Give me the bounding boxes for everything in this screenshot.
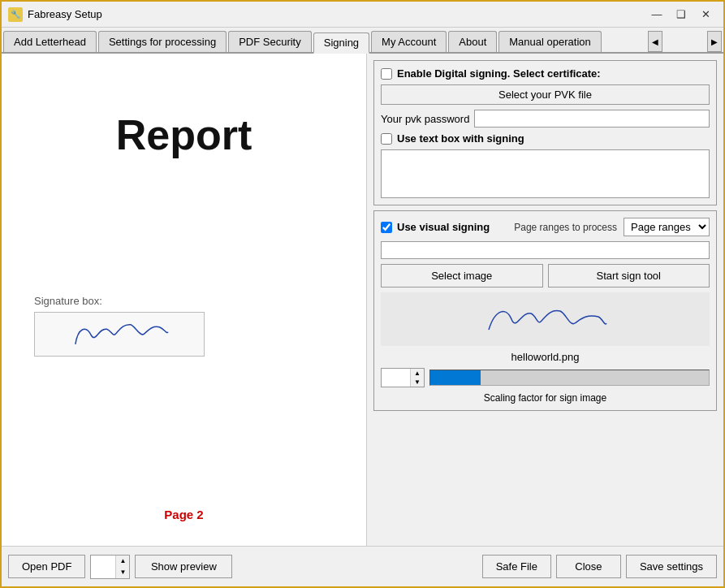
use-visual-signing-label[interactable]: Use visual signing [381, 221, 490, 233]
slider-fill [430, 370, 481, 385]
select-image-button[interactable]: Select image [381, 264, 543, 288]
scaling-factor-label: Scaling factor for sign image [381, 392, 710, 404]
scaling-spinner: 15 ▲ ▼ [381, 368, 425, 387]
page-spinner-input[interactable]: 2 [91, 556, 115, 578]
select-pvk-button[interactable]: Select your PVK file [381, 84, 710, 105]
show-preview-button[interactable]: Show preview [135, 555, 232, 578]
report-title: Report [116, 110, 252, 159]
scaling-section: 15 ▲ ▼ [381, 368, 710, 387]
scaling-arrows: ▲ ▼ [410, 369, 424, 387]
titlebar-buttons: — ❑ ✕ [645, 6, 717, 24]
signature-box [34, 312, 205, 357]
vs-header: Use visual signing Page ranges to proces… [381, 218, 710, 236]
scaling-slider[interactable] [429, 370, 710, 386]
enable-digital-signing-checkbox[interactable] [381, 68, 392, 80]
use-visual-signing-checkbox[interactable] [381, 222, 392, 233]
close-button[interactable]: ✕ [694, 6, 717, 24]
page-spinner: 2 ▲ ▼ [90, 555, 130, 579]
signature-svg [61, 310, 177, 352]
pvk-password-input[interactable] [474, 110, 710, 128]
use-textbox-label[interactable]: Use text box with signing [381, 132, 524, 145]
tab-scroll-right[interactable]: ▶ [707, 31, 722, 52]
save-settings-button[interactable]: Save settings [626, 555, 717, 578]
signature-label: Signature box: [34, 295, 102, 307]
main-window: 🔧 Fabreasy Setup — ❑ ✕ Add Letterhead Se… [0, 0, 725, 588]
app-icon: 🔧 [8, 7, 23, 22]
bottom-bar: Open PDF 2 ▲ ▼ Show preview Safe File Cl… [2, 546, 723, 586]
digital-signing-section: Enable Digital signing. Select certifica… [373, 60, 717, 205]
main-content: Report Signature box: Page 2 [2, 54, 723, 546]
sign-preview-area [381, 292, 710, 346]
signature-area: Signature box: [18, 295, 350, 357]
page-spinner-arrows: ▲ ▼ [115, 556, 129, 578]
page-ranges-label: Page ranges to process [514, 222, 617, 233]
right-panel: Enable Digital signing. Select certifica… [367, 54, 723, 546]
tab-scroll-left[interactable]: ◀ [648, 31, 662, 52]
tab-add-letterhead[interactable]: Add Letterhead [3, 31, 97, 52]
page-number-input[interactable]: 2 [381, 241, 710, 259]
preview-panel: Report Signature box: Page 2 [2, 54, 367, 546]
tab-settings-processing[interactable]: Settings for processing [98, 31, 227, 52]
window-title: Fabreasy Setup [28, 8, 645, 20]
safe-file-button[interactable]: Safe File [482, 555, 551, 578]
tabbar: Add Letterhead Settings for processing P… [2, 28, 723, 54]
pvk-password-label: Your pvk password [381, 113, 469, 125]
page-ranges-group: Page ranges to process Page ranges All p… [514, 218, 710, 236]
tab-manual-operation[interactable]: Manual operation [498, 31, 601, 52]
use-textbox-checkbox[interactable] [381, 133, 392, 145]
scaling-up-arrow[interactable]: ▲ [411, 369, 424, 378]
enable-digital-signing-label[interactable]: Enable Digital signing. Select certifica… [381, 67, 601, 80]
scaling-input[interactable]: 15 [382, 369, 410, 387]
page-down-arrow[interactable]: ▼ [116, 567, 129, 578]
tab-about[interactable]: About [448, 31, 497, 52]
page-number-row: 2 [381, 241, 710, 259]
titlebar: 🔧 Fabreasy Setup — ❑ ✕ [2, 2, 723, 28]
tab-pdf-security[interactable]: PDF Security [228, 31, 312, 52]
maximize-button[interactable]: ❑ [670, 6, 693, 24]
page-ranges-dropdown[interactable]: Page ranges All pages Current page [624, 218, 710, 236]
minimize-button[interactable]: — [645, 6, 668, 24]
visual-signing-section: Use visual signing Page ranges to proces… [373, 210, 717, 411]
signing-textarea[interactable] [381, 149, 710, 198]
close-app-button[interactable]: Close [556, 555, 621, 578]
sign-buttons-row: Select image Start sign tool [381, 264, 710, 288]
open-pdf-button[interactable]: Open PDF [8, 555, 85, 578]
scaling-down-arrow[interactable]: ▼ [411, 378, 424, 387]
tab-signing[interactable]: Signing [313, 32, 369, 54]
start-sign-tool-button[interactable]: Start sign tool [548, 264, 710, 288]
signature-preview [61, 310, 177, 357]
sign-filename: helloworld.png [381, 351, 710, 363]
tab-my-account[interactable]: My Account [371, 31, 447, 52]
page-up-arrow[interactable]: ▲ [116, 556, 129, 567]
page-indicator: Page 2 [164, 508, 203, 521]
sign-preview-svg [473, 299, 619, 339]
